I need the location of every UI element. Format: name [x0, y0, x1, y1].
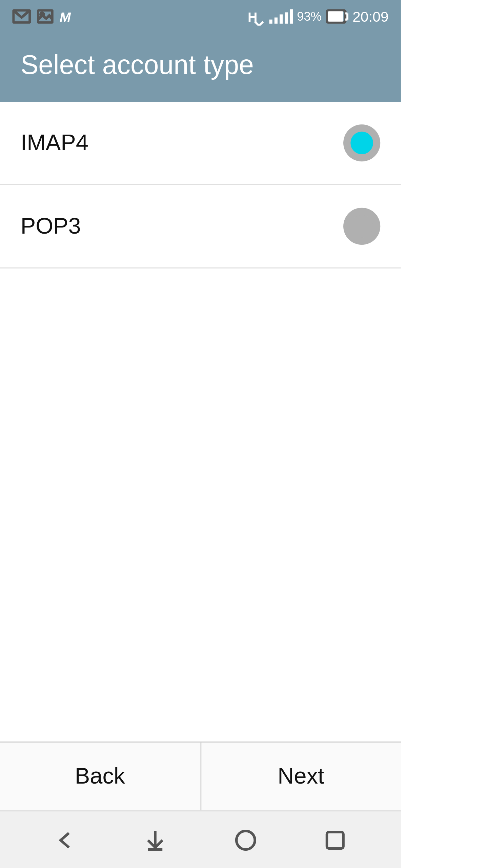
- nav-home-button[interactable]: [225, 819, 266, 860]
- svg-rect-7: [328, 11, 343, 21]
- mail-icon: [12, 9, 31, 23]
- imap4-option[interactable]: IMAP4: [0, 102, 401, 185]
- svg-point-13: [236, 830, 255, 849]
- image-icon: [37, 9, 54, 23]
- battery-percent: 93%: [297, 9, 322, 23]
- time: 20:09: [352, 8, 388, 25]
- nav-task-button[interactable]: [135, 819, 176, 860]
- status-right-icons: H 93% 20:09: [247, 7, 389, 26]
- nav-bar: [0, 810, 401, 868]
- pop3-radio-button[interactable]: [343, 208, 380, 245]
- imap4-label: IMAP4: [21, 130, 88, 156]
- app-header: Select account type: [0, 33, 401, 102]
- page-title: Select account type: [21, 50, 381, 81]
- nav-back-button[interactable]: [45, 819, 86, 860]
- status-left-icons: M: [12, 9, 70, 24]
- h-data-icon: H: [247, 7, 265, 26]
- svg-line-5: [259, 22, 263, 26]
- svg-line-4: [255, 22, 259, 26]
- bottom-buttons: Back Next: [0, 742, 401, 810]
- next-button[interactable]: Next: [201, 743, 401, 810]
- imap4-radio-inner: [350, 132, 373, 154]
- gmail-icon: M: [60, 9, 71, 24]
- back-button[interactable]: Back: [0, 743, 201, 810]
- status-bar: M H 93% 20:09: [0, 0, 401, 33]
- pop3-label: POP3: [21, 213, 81, 240]
- pop3-radio-inner: [350, 215, 373, 238]
- battery-icon: [326, 9, 348, 23]
- main-content: IMAP4 POP3: [0, 102, 401, 742]
- nav-recent-button[interactable]: [315, 819, 356, 860]
- svg-rect-14: [327, 831, 344, 848]
- imap4-radio-button[interactable]: [343, 124, 380, 161]
- signal-bars: [269, 9, 293, 23]
- pop3-option[interactable]: POP3: [0, 185, 401, 269]
